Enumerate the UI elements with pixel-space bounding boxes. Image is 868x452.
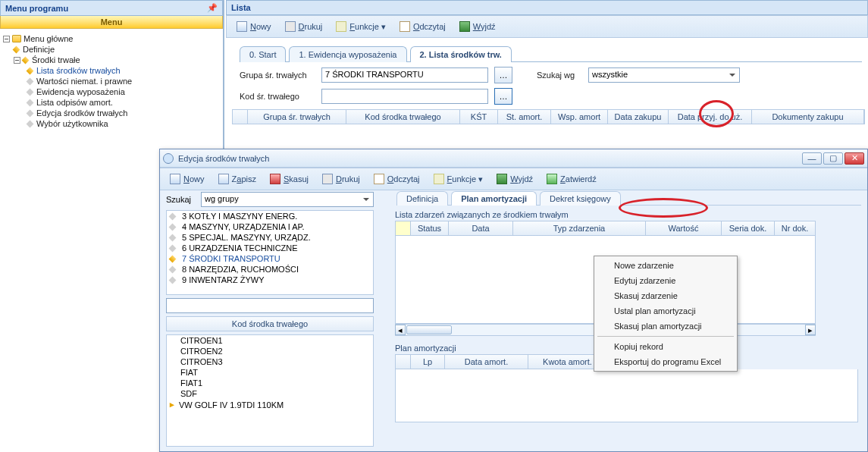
grid-col[interactable] <box>395 221 410 236</box>
close-button[interactable]: ✕ <box>844 152 864 165</box>
grid-col[interactable]: Data <box>448 221 512 236</box>
edit-left-pane: Szukaj wg grupy 3 KOTŁY I MASZYNY ENERG.… <box>160 187 380 451</box>
kod-browse-button[interactable]: … <box>494 88 512 105</box>
group-list[interactable]: 3 KOTŁY I MASZYNY ENERG. 4 MASZYNY, URZĄ… <box>166 210 374 295</box>
menu-skasuj-zdarzenie[interactable]: Skasuj zdarzenie <box>596 288 735 303</box>
grid-col[interactable]: Lp <box>410 354 444 369</box>
tree-leaf[interactable]: Ewidencja wyposażenia <box>3 86 220 97</box>
pin-icon[interactable]: 📌 <box>207 3 218 13</box>
list-item[interactable]: 8 NARZĘDZIA, RUCHOMOŚCI <box>167 264 373 275</box>
menu-nowe-zdarzenie[interactable]: Nowe zdarzenie <box>596 258 735 273</box>
tab-dekret[interactable]: Dekret księgowy <box>540 191 621 206</box>
read-button[interactable]: Odczytaj <box>368 171 425 187</box>
menu-ustal-plan[interactable]: Ustal plan amortyzacji <box>596 303 735 319</box>
grid-col[interactable]: Wsp. amort <box>551 110 608 124</box>
list-item[interactable]: 9 INWENTARZ ŻYWY <box>167 275 373 285</box>
asset-list[interactable]: CITROEN1 CITROEN2 CITROEN3 FIAT FIAT1 SD… <box>166 334 374 447</box>
list-item[interactable]: CITROEN2 <box>167 346 373 356</box>
list-item[interactable]: 3 KOTŁY I MASZYNY ENERG. <box>167 211 373 221</box>
list-item[interactable]: CITROEN1 <box>167 335 373 346</box>
new-icon <box>237 21 247 32</box>
grid-col-selector[interactable] <box>233 110 248 124</box>
grid-col[interactable] <box>395 354 410 369</box>
list-item[interactable]: 7 ŚRODKI TRANSPORTU <box>167 253 373 264</box>
inner-tabs: Definicja Plan amortyzacji Dekret księgo… <box>396 190 861 206</box>
grupa-input[interactable]: 7 ŚRODKI TRANSPORTU <box>321 67 488 83</box>
menu-header[interactable]: Menu <box>0 16 223 29</box>
tab-ewidencja[interactable]: 1. Ewidencja wyposażenia <box>289 46 406 62</box>
list-item[interactable]: CITROEN3 <box>167 356 373 367</box>
tree-leaf[interactable]: Wybór użytkownika <box>3 118 220 129</box>
read-button[interactable]: Odczytaj <box>394 19 451 34</box>
tree-leaf[interactable]: Wartości niemat. i prawne <box>3 76 220 86</box>
grid-col[interactable]: Data przyj. do uż. <box>669 110 752 124</box>
functions-button[interactable]: Funkcje ▾ <box>428 171 489 187</box>
exit-button[interactable]: Wyjdź <box>491 171 538 187</box>
tree-leaf[interactable]: Lista odpisów amort. <box>3 97 220 108</box>
edit-window-titlebar[interactable]: Edycja środków trwałych — ▢ ✕ <box>160 149 867 168</box>
print-button[interactable]: Drukuj <box>280 19 328 34</box>
confirm-button[interactable]: Zatwierdź <box>541 171 602 187</box>
exit-button[interactable]: Wyjdź <box>454 19 501 34</box>
tree-node-definicje[interactable]: Definicje <box>3 44 220 55</box>
tree-leaf[interactable]: Lista środków trwałych <box>3 65 220 76</box>
grid-col[interactable]: Data zakupu <box>608 110 669 124</box>
grid-col[interactable]: Typ zdarzenia <box>512 221 645 236</box>
grid-col[interactable]: Dokumenty zakupu <box>752 110 864 124</box>
minimize-button[interactable]: — <box>802 152 822 165</box>
asset-col-header[interactable]: Kod środka trwałego <box>166 316 374 331</box>
grupa-browse-button[interactable]: … <box>494 67 512 83</box>
tree-leaf[interactable]: Edycja środków trwałych <box>3 108 220 118</box>
szukaj-dropdown[interactable]: wszystkie <box>588 67 740 83</box>
list-item[interactable]: SDF <box>167 388 373 399</box>
grupa-row: Grupa śr. trwałych 7 ŚRODKI TRANSPORTU …… <box>240 67 868 83</box>
grid-col[interactable]: St. amort. <box>498 110 551 124</box>
szukaj-dropdown[interactable]: wg grupy <box>201 192 374 207</box>
folder-icon <box>12 35 21 42</box>
tab-definicja[interactable]: Definicja <box>396 191 448 206</box>
collapse-icon[interactable] <box>3 36 10 42</box>
collapse-icon[interactable] <box>14 57 20 64</box>
grid-col[interactable]: Seria dok. <box>721 221 774 236</box>
print-button[interactable]: Drukuj <box>317 171 365 187</box>
list-item[interactable]: FIAT1 <box>167 378 373 388</box>
menu-eksportuj-excel[interactable]: Eksportuj do programu Excel <box>596 354 735 369</box>
list-item[interactable]: ▸VW GOLF IV 1.9TDI 110KM <box>167 399 373 410</box>
tab-start[interactable]: 0. Start <box>240 46 286 62</box>
list-item[interactable]: 5 SPECJAL. MASZYNY, URZĄDZ. <box>167 232 373 243</box>
tab-lista-srodkow[interactable]: 2. Lista środków trw. <box>410 46 512 62</box>
tree-root[interactable]: Menu główne <box>3 33 220 44</box>
grid-col[interactable]: Grupa śr. trwałych <box>248 110 346 124</box>
main-area: Lista Nowy Drukuj Funkcje ▾ Odczytaj Wyj… <box>226 0 868 124</box>
grid-col[interactable]: Wartość <box>645 221 721 236</box>
list-item[interactable]: 6 URZĄDZENIA TECHNICZNE <box>167 243 373 253</box>
read-icon <box>400 21 410 32</box>
scroll-thumb[interactable] <box>406 325 452 334</box>
menu-skasuj-plan[interactable]: Skasuj plan amortyzacji <box>596 319 735 334</box>
functions-button[interactable]: Funkcje ▾ <box>331 19 391 34</box>
maximize-button[interactable]: ▢ <box>823 152 843 165</box>
filter-input[interactable] <box>166 298 374 313</box>
diamond-icon <box>169 212 177 220</box>
grid-col[interactable]: Status <box>410 221 448 236</box>
scroll-left-icon[interactable]: ◂ <box>395 325 406 335</box>
list-item[interactable]: 4 MASZYNY, URZĄDZENIA I AP. <box>167 221 373 232</box>
menu-kopiuj[interactable]: Kopiuj rekord <box>596 339 735 354</box>
save-button[interactable]: Zapisz <box>213 171 262 187</box>
new-button[interactable]: Nowy <box>165 171 210 187</box>
grid-col[interactable]: Kod środka trwałego <box>346 110 460 124</box>
scroll-right-icon[interactable]: ▸ <box>805 325 816 335</box>
tree-node-srodki[interactable]: Środki trwałe <box>3 55 220 65</box>
new-icon <box>170 174 180 184</box>
grid-col[interactable]: Data amort. <box>444 354 528 369</box>
kod-input[interactable] <box>321 89 488 104</box>
delete-button[interactable]: Skasuj <box>265 171 314 187</box>
tab-plan-amortyzacji[interactable]: Plan amortyzacji <box>451 191 537 206</box>
new-button[interactable]: Nowy <box>231 19 277 34</box>
menu-edytuj-zdarzenie[interactable]: Edytuj zdarzenie <box>596 273 735 288</box>
grid-col[interactable]: KŚT <box>460 110 498 124</box>
plan-grid-body[interactable] <box>395 369 858 422</box>
list-item[interactable]: FIAT <box>167 367 373 378</box>
grid-col[interactable]: Nr dok. <box>774 221 816 236</box>
diamond-icon <box>27 120 34 127</box>
